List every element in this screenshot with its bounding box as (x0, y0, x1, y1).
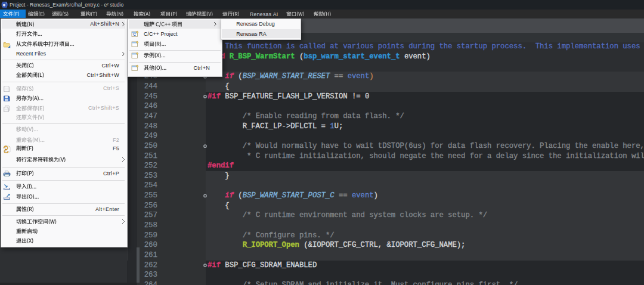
svg-text:C: C (133, 32, 136, 36)
